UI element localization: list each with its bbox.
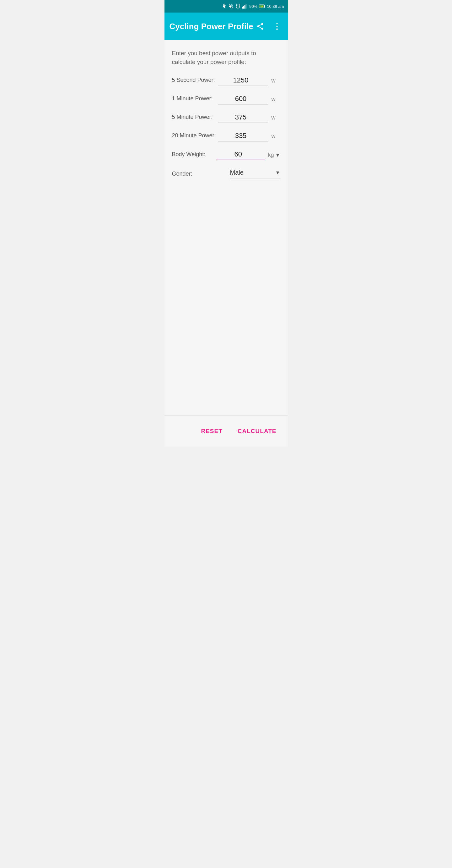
one-minute-power-label: 1 Minute Power: <box>172 95 218 104</box>
gender-dropdown-label: Male <box>230 169 272 176</box>
weight-unit-dropdown-arrow: ▼ <box>275 152 280 158</box>
more-options-button[interactable]: ⋮ <box>272 21 283 32</box>
app-title: Cycling Power Profile <box>169 22 253 31</box>
one-minute-power-input[interactable] <box>218 95 269 104</box>
gender-dropdown[interactable]: Male ▼ <box>230 169 280 179</box>
twenty-minute-power-input[interactable] <box>218 132 269 142</box>
description-text: Enter you best power outputs to calculat… <box>172 49 280 66</box>
main-content: Enter you best power outputs to calculat… <box>165 40 288 415</box>
body-weight-label: Body Weight: <box>172 151 216 160</box>
twenty-minute-power-row: 20 Minute Power: w <box>172 132 280 142</box>
status-bar: 90% ⚡ 10:38 am <box>165 0 288 12</box>
five-second-power-label: 5 Second Power: <box>172 77 218 86</box>
bluetooth-icon <box>222 3 227 9</box>
svg-rect-2 <box>245 5 246 9</box>
share-icon <box>256 22 264 30</box>
bottom-action-bar: RESET CALCULATE <box>165 415 288 446</box>
gender-dropdown-arrow: ▼ <box>275 170 280 176</box>
five-minute-power-row: 5 Minute Power: w <box>172 113 280 123</box>
one-minute-power-input-group: w <box>218 95 280 104</box>
five-second-power-input-group: w <box>218 76 280 86</box>
reset-button[interactable]: RESET <box>200 425 224 438</box>
twenty-minute-power-label: 20 Minute Power: <box>172 132 218 142</box>
five-minute-power-input[interactable] <box>218 113 269 123</box>
gender-label: Gender: <box>172 170 230 177</box>
five-minute-power-input-group: w <box>218 113 280 123</box>
twenty-minute-power-unit: w <box>272 133 280 142</box>
signal-icon <box>242 4 248 9</box>
twenty-minute-power-input-group: w <box>218 132 280 142</box>
svg-text:⚡: ⚡ <box>261 5 264 8</box>
app-bar-actions: ⋮ <box>255 21 283 32</box>
body-weight-input-group: kg ▼ <box>216 150 280 160</box>
mute-icon <box>228 3 234 9</box>
svg-rect-6 <box>265 6 265 7</box>
battery-icon: ⚡ <box>259 4 265 8</box>
body-weight-row: Body Weight: kg ▼ <box>172 150 280 160</box>
five-second-power-unit: w <box>272 78 280 86</box>
weight-unit-label: kg <box>268 152 274 158</box>
svg-rect-0 <box>242 7 243 9</box>
share-button[interactable] <box>255 21 266 32</box>
gender-row: Gender: Male ▼ <box>172 169 280 179</box>
battery-percent: 90% <box>249 4 257 9</box>
one-minute-power-row: 1 Minute Power: w <box>172 95 280 104</box>
time: 10:38 am <box>267 4 284 9</box>
weight-unit-dropdown[interactable]: kg ▼ <box>268 152 280 160</box>
calculate-button[interactable]: CALCULATE <box>236 425 278 438</box>
alarm-icon <box>235 3 241 9</box>
status-icons: 90% ⚡ 10:38 am <box>222 3 284 9</box>
body-weight-input[interactable] <box>216 150 265 160</box>
one-minute-power-unit: w <box>272 96 280 104</box>
svg-rect-1 <box>243 6 244 9</box>
five-second-power-row: 5 Second Power: w <box>172 76 280 86</box>
five-minute-power-unit: w <box>272 115 280 123</box>
five-minute-power-label: 5 Minute Power: <box>172 114 218 123</box>
app-bar: Cycling Power Profile ⋮ <box>165 12 288 40</box>
svg-rect-3 <box>246 4 247 9</box>
five-second-power-input[interactable] <box>218 76 269 86</box>
